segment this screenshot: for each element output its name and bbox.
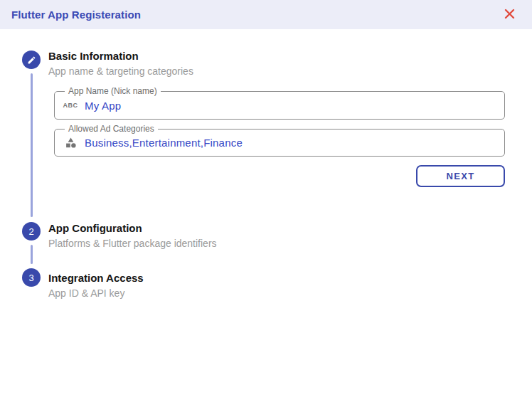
step-2-title: App Configuration — [48, 222, 217, 234]
stepper-connector-2 — [31, 245, 33, 264]
step-1-title: Basic Information — [48, 50, 193, 62]
step-1-text: Basic Information App name & targeting c… — [48, 50, 193, 77]
step-3-subtitle: App ID & API key — [48, 287, 144, 299]
close-button[interactable] — [502, 8, 516, 22]
category-icon — [63, 137, 78, 149]
step-2-subtitle: Platforms & Flutter package identifiers — [48, 238, 217, 249]
step-3-indicator[interactable]: 3 — [22, 268, 41, 287]
step-2-number: 2 — [28, 226, 33, 237]
step-1-indicator[interactable] — [22, 51, 41, 69]
step-3-title: Integration Access — [48, 272, 144, 284]
ad-categories-field[interactable]: Allowed Ad Categories Business,Entertain… — [54, 129, 505, 157]
step-3-text: Integration Access App ID & API key — [48, 272, 144, 299]
step-2-indicator[interactable]: 2 — [22, 222, 41, 241]
stepper-connector-1 — [31, 73, 33, 217]
app-registration-dialog: Flutter App Registeration Basic Informat… — [0, 0, 532, 412]
ad-categories-field-value[interactable]: Business,Entertainment,Finance — [85, 137, 243, 149]
next-button[interactable]: NEXT — [416, 165, 505, 187]
step-3-number: 3 — [28, 273, 33, 283]
step-2-text: App Configuration Platforms & Flutter pa… — [48, 222, 217, 249]
ad-categories-field-label: Allowed Ad Categories — [65, 125, 158, 134]
close-icon — [504, 9, 515, 21]
step-1-subtitle: App name & targeting categories — [48, 65, 193, 77]
dialog-header: Flutter App Registeration — [0, 0, 532, 29]
app-name-field-value[interactable]: My App — [85, 100, 121, 112]
abc-icon: ABC — [63, 102, 78, 109]
dialog-title: Flutter App Registeration — [11, 9, 141, 21]
pencil-icon — [27, 56, 36, 65]
app-name-field[interactable]: App Name (Nick name) ABC My App — [54, 91, 505, 120]
app-name-field-label: App Name (Nick name) — [65, 87, 161, 96]
